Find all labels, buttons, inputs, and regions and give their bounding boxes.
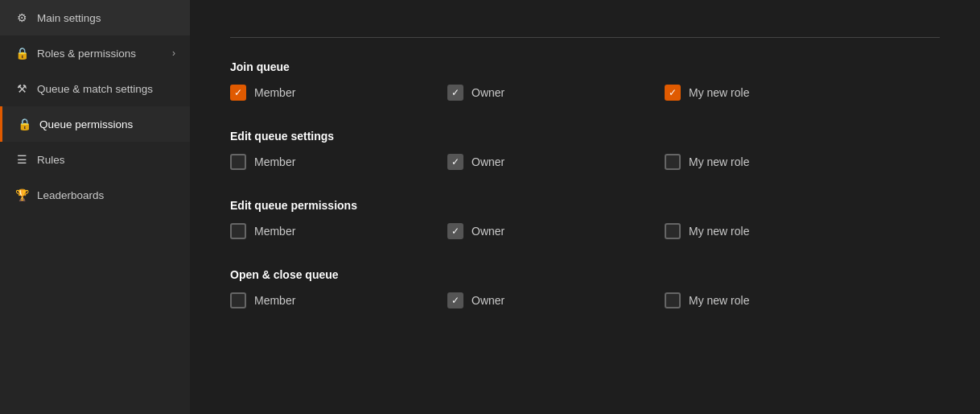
checkbox-edit-queue-permissions-owner[interactable]: ✓ [447, 223, 463, 239]
permission-item-edit-queue-settings-member: Member [230, 154, 447, 170]
sidebar-item-leaderboards[interactable]: 🏆Leaderboards [0, 177, 190, 213]
permission-label-join-queue-my-new-role: My new role [689, 86, 749, 99]
checkbox-join-queue-owner[interactable]: ✓ [447, 85, 463, 101]
checkbox-edit-queue-settings-member[interactable] [230, 154, 246, 170]
permission-item-join-queue-my-new-role: ✓My new role [665, 85, 882, 101]
section-title-edit-queue-permissions: Edit queue permissions [230, 199, 940, 212]
permission-label-edit-queue-settings-member: Member [254, 155, 295, 168]
section-open-close-queue: Open & close queueMember✓OwnerMy new rol… [230, 268, 940, 308]
sidebar-item-label-queue-permissions: Queue permissions [39, 118, 175, 130]
permission-label-edit-queue-permissions-member: Member [254, 225, 295, 238]
permission-label-edit-queue-settings-my-new-role: My new role [689, 155, 749, 168]
permission-label-edit-queue-settings-owner: Owner [471, 155, 504, 168]
permission-label-open-close-queue-owner: Owner [471, 294, 504, 307]
roles-permissions-icon: 🔒 [14, 47, 29, 60]
sidebar-item-rules[interactable]: ☰Rules [0, 142, 190, 177]
checkmark-icon: ✓ [451, 157, 459, 167]
section-join-queue: Join queue✓Member✓Owner✓My new role [230, 60, 940, 101]
section-edit-queue-permissions: Edit queue permissionsMember✓OwnerMy new… [230, 199, 940, 239]
permission-label-edit-queue-permissions-owner: Owner [471, 225, 504, 238]
checkbox-join-queue-member[interactable]: ✓ [230, 85, 246, 101]
title-divider [230, 37, 940, 38]
checkbox-edit-queue-permissions-member[interactable] [230, 223, 246, 239]
permission-item-edit-queue-settings-owner: ✓Owner [447, 154, 665, 170]
permission-item-join-queue-member: ✓Member [230, 85, 447, 101]
permission-item-join-queue-owner: ✓Owner [447, 85, 665, 101]
leaderboards-icon: 🏆 [14, 188, 29, 201]
section-title-join-queue: Join queue [230, 60, 940, 73]
checkbox-edit-queue-permissions-my-new-role[interactable] [665, 223, 681, 239]
queue-match-settings-icon: ⚒ [14, 82, 29, 95]
checkbox-edit-queue-settings-owner[interactable]: ✓ [447, 154, 463, 170]
permission-row-edit-queue-permissions: Member✓OwnerMy new role [230, 223, 940, 239]
sidebar-item-label-leaderboards: Leaderboards [37, 189, 175, 201]
checkmark-icon: ✓ [669, 88, 677, 97]
checkbox-edit-queue-settings-my-new-role[interactable] [665, 154, 681, 170]
sidebar-item-label-queue-match-settings: Queue & match settings [37, 83, 175, 95]
section-edit-queue-settings: Edit queue settingsMember✓OwnerMy new ro… [230, 130, 940, 170]
sidebar: ⚙Main settings🔒Roles & permissions›⚒Queu… [0, 0, 190, 414]
section-title-edit-queue-settings: Edit queue settings [230, 130, 940, 143]
sidebar-item-queue-match-settings[interactable]: ⚒Queue & match settings [0, 71, 190, 106]
checkmark-icon: ✓ [451, 296, 459, 305]
rules-icon: ☰ [14, 153, 29, 166]
sidebar-item-queue-permissions[interactable]: 🔒Queue permissions [0, 106, 190, 142]
permission-item-edit-queue-permissions-owner: ✓Owner [447, 223, 665, 239]
sidebar-item-label-main-settings: Main settings [37, 12, 175, 24]
checkbox-open-close-queue-member[interactable] [230, 292, 246, 308]
permission-item-edit-queue-permissions-member: Member [230, 223, 447, 239]
main-content: Join queue✓Member✓Owner✓My new roleEdit … [190, 0, 980, 414]
sidebar-item-main-settings[interactable]: ⚙Main settings [0, 0, 190, 35]
chevron-right-icon: › [172, 48, 175, 59]
checkmark-icon: ✓ [234, 88, 242, 97]
checkmark-icon: ✓ [451, 88, 459, 97]
queue-permissions-icon: 🔒 [17, 118, 31, 130]
permission-item-open-close-queue-my-new-role: My new role [665, 292, 882, 308]
checkbox-join-queue-my-new-role[interactable]: ✓ [665, 85, 681, 101]
section-title-open-close-queue: Open & close queue [230, 268, 940, 281]
permission-row-edit-queue-settings: Member✓OwnerMy new role [230, 154, 940, 170]
sidebar-item-label-roles-permissions: Roles & permissions [37, 48, 164, 60]
checkbox-open-close-queue-my-new-role[interactable] [665, 292, 681, 308]
permission-item-open-close-queue-member: Member [230, 292, 447, 308]
permission-label-join-queue-member: Member [254, 86, 295, 99]
sidebar-item-label-rules: Rules [37, 154, 175, 166]
permission-item-edit-queue-permissions-my-new-role: My new role [665, 223, 882, 239]
permission-label-join-queue-owner: Owner [471, 86, 504, 99]
permission-label-edit-queue-permissions-my-new-role: My new role [689, 225, 749, 238]
permission-row-join-queue: ✓Member✓Owner✓My new role [230, 85, 940, 101]
main-settings-icon: ⚙ [14, 11, 29, 24]
sidebar-item-roles-permissions[interactable]: 🔒Roles & permissions› [0, 35, 190, 71]
permission-label-open-close-queue-my-new-role: My new role [689, 294, 749, 307]
permission-row-open-close-queue: Member✓OwnerMy new role [230, 292, 940, 308]
permission-item-edit-queue-settings-my-new-role: My new role [665, 154, 882, 170]
permission-item-open-close-queue-owner: ✓Owner [447, 292, 665, 308]
checkbox-open-close-queue-owner[interactable]: ✓ [447, 292, 463, 308]
permission-label-open-close-queue-member: Member [254, 294, 295, 307]
checkmark-icon: ✓ [451, 226, 459, 236]
